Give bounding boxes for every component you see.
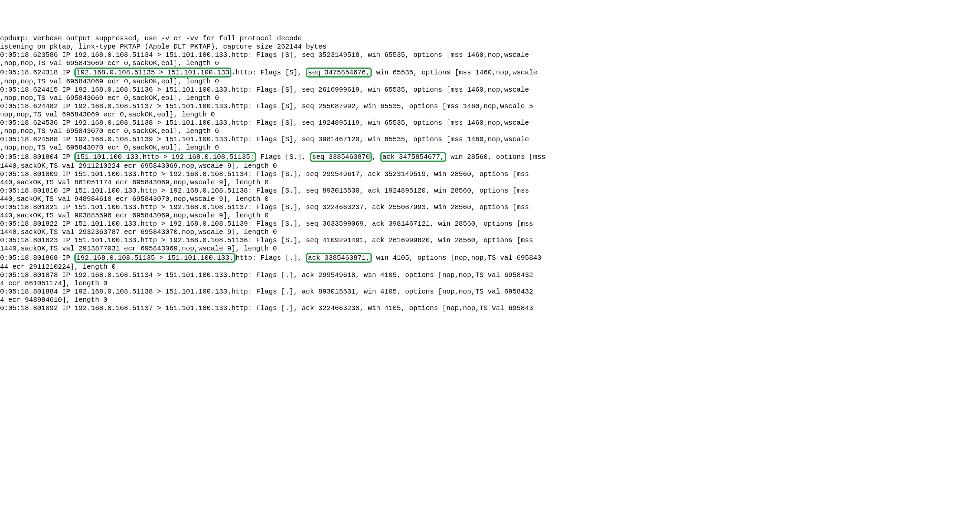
highlight-seq: seq 3385463870	[310, 152, 372, 162]
packet-line: 0:05:18.801822 IP 151.101.100.133.http >…	[0, 220, 533, 228]
packet-line-cont: 440,sackOK,TS val 861051174 ecr 69584306…	[0, 179, 269, 187]
packet-line: 0:05:18.624588 IP 192.168.0.108.51139 > …	[0, 136, 529, 144]
packet-line: 0:05:18.623586 IP 192.168.0.108.51134 > …	[0, 51, 529, 59]
packet-line: 0:05:18.801804 IP 151.101.100.133.http >…	[0, 153, 546, 161]
packet-line-cont: ,nop,nop,TS val 695843070 ecr 0,sackOK,e…	[0, 144, 219, 151]
highlight-seq: seq 3475854676,	[306, 67, 372, 78]
packet-line-cont: 44 ecr 2911210224], length 0	[0, 263, 116, 271]
packet-line-cont: ,nop,nop,TS val 695843069 ecr 0,sackOK,e…	[0, 59, 219, 67]
packet-line: 0:05:18.801809 IP 151.101.100.133.http >…	[0, 170, 529, 178]
tcpdump-header-2: istening on pktap, link-type PKTAP (Appl…	[0, 43, 326, 51]
packet-line-cont: 1440,sackOK,TS val 2911210224 ecr 695843…	[0, 162, 277, 170]
packet-line-cont: 1440,sackOK,TS val 2913877031 ecr 695843…	[0, 245, 277, 252]
tcpdump-header-1: cpdump: verbose output suppressed, use -…	[0, 35, 302, 42]
highlight-ack: ack 3475854677,	[380, 152, 446, 162]
packet-line-cont: nop,nop,TS val 695843069 ecr 0,sackOK,eo…	[0, 111, 215, 118]
packet-line: 0:05:18.801878 IP 192.168.0.108.51134 > …	[0, 271, 533, 279]
packet-line-cont: 4 ecr 948984610], length 0	[0, 296, 107, 304]
packet-line: 0:05:18.624318 IP 192.168.0.108.51135 > …	[0, 69, 537, 77]
packet-line: 0:05:18.801892 IP 192.168.0.108.51137 > …	[0, 304, 533, 312]
highlight-src-dst: 192.168.0.108.51135 > 151.101.100.133	[75, 67, 231, 78]
packet-line: 0:05:18.801868 IP 192.168.0.108.51135 > …	[0, 254, 541, 262]
packet-line: 0:05:18.624415 IP 192.168.0.108.51136 > …	[0, 86, 529, 94]
packet-line-cont: 440,sackOK,TS val 948984610 ecr 69584307…	[0, 195, 269, 203]
packet-line: 0:05:18.801821 IP 151.101.100.133.http >…	[0, 203, 529, 211]
packet-line: 0:05:18.624482 IP 192.168.0.108.51137 > …	[0, 102, 533, 110]
packet-line: 0:05:18.801810 IP 151.101.100.133.http >…	[0, 187, 529, 195]
terminal-output[interactable]: cpdump: verbose output suppressed, use -…	[0, 33, 980, 313]
packet-line-cont: 440,sackOK,TS val 903885596 ecr 69584306…	[0, 212, 269, 220]
packet-line: 0:05:18.801823 IP 151.101.100.133.http >…	[0, 236, 533, 244]
packet-line-cont: ,nop,nop,TS val 695843069 ecr 0,sackOK,e…	[0, 78, 219, 85]
packet-line: 0:05:18.624536 IP 192.168.0.108.51138 > …	[0, 119, 529, 127]
packet-line: 0:05:18.801884 IP 192.168.0.108.51138 > …	[0, 288, 533, 296]
packet-line-cont: 1440,sackOK,TS val 2932363787 ecr 695843…	[0, 228, 277, 236]
highlight-src-dst: 151.101.100.133.http > 192.168.0.108.511…	[75, 152, 256, 162]
packet-line-cont: 4 ecr 861051174], length 0	[0, 279, 107, 287]
highlight-src-dst: 192.168.0.108.51135 > 151.101.100.133.	[75, 253, 235, 263]
packet-line-cont: ,nop,nop,TS val 695843069 ecr 0,sackOK,e…	[0, 94, 219, 102]
packet-line-cont: ,nop,nop,TS val 695843070 ecr 0,sackOK,e…	[0, 127, 219, 135]
highlight-ack: ack 3385463871,	[306, 253, 372, 263]
